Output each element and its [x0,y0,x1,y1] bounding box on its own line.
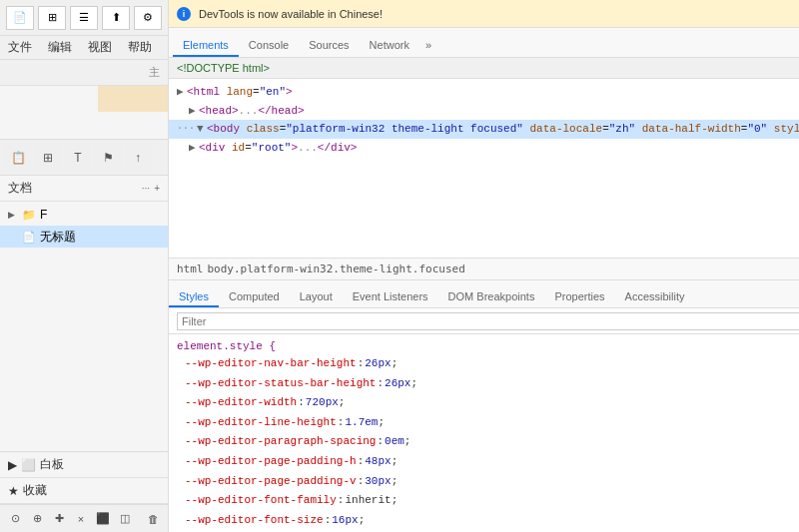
toolbar-btn-doc[interactable]: 📄 [6,6,34,30]
file-item-untitled[interactable]: 📄 无标题 [0,226,168,248]
flag-icon: ⚑ [103,151,114,165]
documents-label: 文档 [8,180,32,197]
html-preview: <!DOCTYPE html> [169,58,799,79]
css-prop-width: --wp-editor-width: 720px; [169,393,799,413]
left-bottom: ▶ ⬜ 白板 ★ 收藏 ⊙ ⊕ ✚ × ⬛ ◫ 🗑 [0,451,168,532]
body-tag: <body class="platform-win32 theme-light … [207,121,799,138]
tab-console[interactable]: Console [239,35,299,57]
menu-view[interactable]: 视图 [88,39,112,56]
styles-tab-styles[interactable]: Styles [169,287,219,307]
styles-tab-props[interactable]: Properties [544,287,614,307]
dom-line-body[interactable]: ··· ▼ <body class="platform-win32 theme-… [169,120,799,139]
left-icons-row: 📋 ⊞ T ⚑ ↑ [0,140,168,176]
expand-icon: ▶ [8,458,17,472]
body-dots: ··· [177,121,195,136]
bottom-icons: ⊙ ⊕ ✚ × ⬛ ◫ 🗑 [0,504,168,532]
styles-tab-accessibility[interactable]: Accessibility [615,287,695,307]
file-icon: 📄 [22,231,36,244]
icon-btn-format[interactable]: ⊞ [34,144,62,172]
document-icon: 📋 [11,151,26,165]
styles-tab-computed[interactable]: Computed [219,287,290,307]
whiteboard-label: 白板 [40,456,64,473]
dom-line-root[interactable]: ▶ <div id="root">...</div> [169,139,799,158]
devtools-panel: i DevTools is now available in Chinese! … [169,0,799,532]
share-icon: ⬆ [112,11,121,24]
root-tag: <div id="root">...</div> [199,140,799,157]
toolbar-btn-share[interactable]: ⬆ [102,6,130,30]
filter-row: :hov .cls + [169,308,799,334]
whiteboard-icon: ⬜ [21,458,36,472]
folder-icon: 📁 [22,209,36,222]
tab-more[interactable]: » [419,35,437,57]
tab-elements[interactable]: Elements [173,35,239,57]
dom-line-html[interactable]: ▶ <html lang="en"> [169,83,799,102]
add-icon[interactable]: + [154,183,160,194]
expand-root[interactable]: ▶ [189,140,199,157]
head-tag: <head>...</head> [199,103,799,120]
collections-section[interactable]: ★ 收藏 [0,478,168,504]
star-icon: ★ [8,484,19,498]
file-item-f[interactable]: ▶ 📁 F [0,204,168,226]
left-panel: 📄 ⊞ ☰ ⬆ ⚙ 文件 编辑 视图 帮助 主 📋 ⊞ T ⚑ [0,0,169,532]
bottom-icon-5[interactable]: ⬛ [94,510,112,528]
preview-area: 主 [0,60,168,140]
bottom-icon-6[interactable]: ◫ [116,510,134,528]
text-icon: T [74,151,81,165]
icon-btn-share2[interactable]: ↑ [124,144,152,172]
dom-line-head[interactable]: ▶ <head>...</head> [169,102,799,121]
icon-btn-text[interactable]: T [64,144,92,172]
css-prop-para-spacing: --wp-editor-paragraph-spacing: 0em; [169,432,799,452]
tab-network[interactable]: Network [360,35,419,57]
tab-sources[interactable]: Sources [299,35,359,57]
whiteboard-section[interactable]: ▶ ⬜ 白板 [0,452,168,478]
icon-btn-flag[interactable]: ⚑ [94,144,122,172]
collections-label: 收藏 [23,482,47,499]
breadcrumb-body[interactable]: body.platform-win32.theme-light.focused [208,263,465,275]
more-icon[interactable]: ··· [142,183,150,194]
doctype-text: <!DOCTYPE html> [177,62,270,74]
css-content: element.style { --wp-editor-nav-bar-heig… [169,334,799,532]
styles-tabs: Styles Computed Layout Event Listeners D… [169,280,799,308]
html-tag: <html lang="en"> [187,84,799,101]
left-menu: 文件 编辑 视图 帮助 [0,36,168,60]
left-toolbar: 📄 ⊞ ☰ ⬆ ⚙ [0,0,168,36]
bottom-icon-2[interactable]: ⊕ [28,510,46,528]
grid-icon: ⊞ [48,11,57,24]
documents-header: 文档 ··· + [0,176,168,202]
css-prop-status-height: --wp-editor-status-bar-height: 26px; [169,374,799,394]
bottom-icon-7[interactable]: 🗑 [144,510,162,528]
toolbar-btn-grid[interactable]: ⊞ [38,6,66,30]
styles-tab-layout[interactable]: Layout [290,287,343,307]
notification-text: DevTools is now available in Chinese! [199,8,799,20]
format-icon: ⊞ [43,151,53,165]
toolbar-btn-nav[interactable]: ☰ [70,6,98,30]
file-tree: ▶ 📁 F 📄 无标题 [0,202,168,250]
devtools-tabs: Elements Console Sources Network » 1 ⚙ ⋮ [169,28,799,58]
expand-html[interactable]: ▶ [177,84,187,101]
icon-btn-doc2[interactable]: 📋 [4,144,32,172]
css-rule-element: element.style { [169,338,799,354]
bottom-icon-3[interactable]: ✚ [50,510,68,528]
file-label-f: F [40,208,47,222]
css-prop-padding-h: --wp-editor-page-padding-h: 48px; [169,452,799,472]
bottom-icon-1[interactable]: ⊙ [6,510,24,528]
share2-icon: ↑ [135,151,141,165]
arrow-icon: ▶ [8,210,18,220]
file-label-untitled: 无标题 [40,229,76,246]
filter-input[interactable] [177,312,799,330]
settings-icon: ⚙ [143,11,153,24]
toolbar-btn-settings[interactable]: ⚙ [134,6,162,30]
expand-head[interactable]: ▶ [189,103,199,120]
styles-tab-events[interactable]: Event Listeners [343,287,438,307]
main-label: 主 [149,65,160,80]
menu-help[interactable]: 帮助 [128,39,152,56]
devtools-notification: i DevTools is now available in Chinese! … [169,0,799,28]
menu-edit[interactable]: 编辑 [48,39,72,56]
styles-tab-dom-bp[interactable]: DOM Breakpoints [438,287,545,307]
css-prop-padding-v: --wp-editor-page-padding-v: 30px; [169,472,799,492]
styles-panel: Styles Computed Layout Event Listeners D… [169,280,799,532]
expand-body[interactable]: ▼ [197,121,207,138]
menu-file[interactable]: 文件 [8,39,32,56]
breadcrumb-html[interactable]: html [177,263,204,275]
bottom-icon-4[interactable]: × [72,510,90,528]
